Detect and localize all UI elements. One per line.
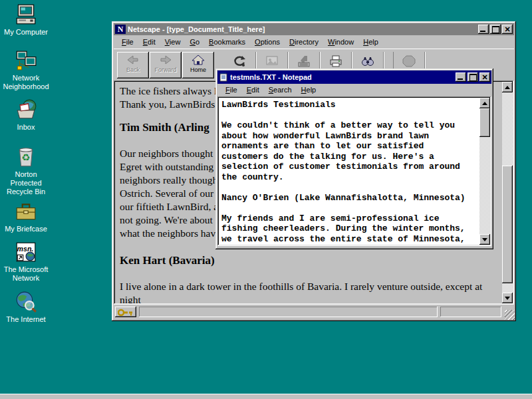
scroll-up-button[interactable] [502,82,513,92]
broken-key-icon [118,308,134,316]
page-paragraph: I live alone in a dark tower in the foot… [120,280,502,303]
forward-button[interactable]: Forward [150,52,182,78]
msn-icon: msn. [15,241,37,263]
internet-globe-icon [15,291,37,313]
notepad-menubar: File Edit Search Help [217,84,491,96]
notepad-vertical-scrollbar[interactable] [479,98,490,245]
maximize-button[interactable] [467,72,478,82]
scroll-up-button[interactable] [479,98,490,108]
menu-go[interactable]: Go [185,37,204,47]
menu-directory[interactable]: Directory [285,37,323,47]
scroll-down-button[interactable] [502,293,513,303]
netscape-statusbar [114,305,514,319]
status-text-field [139,307,438,317]
desktop-icon-inbox[interactable]: Inbox [1,98,51,132]
menu-edit[interactable]: Edit [138,37,160,47]
notepad-titlebar[interactable]: testmnls.TXT - Notepad ✕ [217,70,491,84]
menu-options[interactable]: Options [250,37,285,47]
back-button[interactable]: Back [117,52,149,78]
back-button-label: Back [126,66,140,73]
netscape-window-title: Netscape - [type_Document_Title_here] [128,25,476,33]
desktop-icon-network-neighborhood[interactable]: Network Neighborhood [1,49,51,91]
desktop-icon-msn[interactable]: msn. The Microsoft Network [1,241,51,283]
notepad-app-icon [219,72,228,82]
netscape-titlebar[interactable]: N Netscape - [type_Document_Title_here] … [114,23,514,35]
progress-field [440,307,501,317]
desktop-icon-label: Network Neighborhood [1,74,51,91]
page-heading-ken-hart: Ken Hart (Bavaria) [120,254,502,267]
desktop-icon-label: My Briefcase [1,225,51,233]
scrollbar-thumb[interactable] [502,166,513,283]
forward-arrow-icon [158,54,173,66]
menu-help[interactable]: Help [297,84,321,95]
desktop-icon-label: Inbox [1,123,51,132]
netscape-app-icon: N [115,25,126,34]
menu-bookmarks[interactable]: Bookmarks [204,37,250,47]
netscape-vertical-scrollbar[interactable] [502,82,513,303]
inbox-icon [15,98,37,121]
forward-button-label: Forward [154,66,176,73]
menu-edit[interactable]: Edit [242,84,264,95]
minimize-button[interactable] [478,25,489,34]
menu-window[interactable]: Window [323,37,358,47]
svg-text:msn.: msn. [17,245,34,253]
desktop-icon-my-computer[interactable]: My Computer [1,3,51,37]
find-binoculars-icon [360,55,375,68]
home-icon [191,54,205,66]
desktop-icon-label: The Microsoft Network [1,265,51,283]
desktop-icon-norton-recycle-bin[interactable]: ♻ Norton Protected Recycle Bin [1,146,51,196]
menu-file[interactable]: File [117,37,138,47]
notepad-window-title: testmnls.TXT - Notepad [230,73,454,81]
scroll-down-button[interactable] [479,234,490,245]
print-icon [329,55,343,68]
back-arrow-icon [126,54,140,66]
notepad-text-area: LawnBirds Testimonials We couldn't think… [217,96,491,246]
home-button[interactable]: Home [182,52,214,78]
desktop-icon-label: Norton Protected Recycle Bin [1,170,51,196]
network-neighborhood-icon [15,49,37,72]
menu-view[interactable]: View [160,37,186,47]
menu-file[interactable]: File [221,84,242,95]
close-button[interactable]: ✕ [479,72,490,82]
netscape-menubar: File Edit View Go Bookmarks Options Dire… [114,35,514,49]
notepad-window: testmnls.TXT - Notepad ✕ File Edit Searc… [215,68,493,249]
menu-search[interactable]: Search [264,84,297,95]
desktop-icon-label: The Internet [1,315,51,324]
home-button-label: Home [190,66,206,73]
desktop-icon-the-internet[interactable]: The Internet [1,291,51,324]
stop-icon [402,55,416,68]
svg-text:♻: ♻ [21,152,30,164]
desktop-icon-label: My Computer [1,28,51,37]
my-computer-icon [15,3,37,26]
briefcase-icon [15,200,37,223]
minimize-button[interactable] [456,72,466,82]
recycle-bin-icon: ♻ [15,146,37,168]
security-panel[interactable] [115,307,136,317]
resize-grip[interactable] [505,310,515,320]
scrollbar-thumb[interactable] [479,108,490,137]
reload-icon [233,55,247,68]
menu-help[interactable]: Help [358,37,383,47]
desktop-icon-my-briefcase[interactable]: My Briefcase [1,200,51,233]
notepad-document-text[interactable]: LawnBirds Testimonials We couldn't think… [219,98,479,245]
taskbar-edge[interactable] [0,394,532,399]
close-button[interactable]: ✕ [502,25,513,34]
open-location-icon [297,55,311,68]
images-icon [265,55,279,68]
maximize-button[interactable] [490,25,501,34]
